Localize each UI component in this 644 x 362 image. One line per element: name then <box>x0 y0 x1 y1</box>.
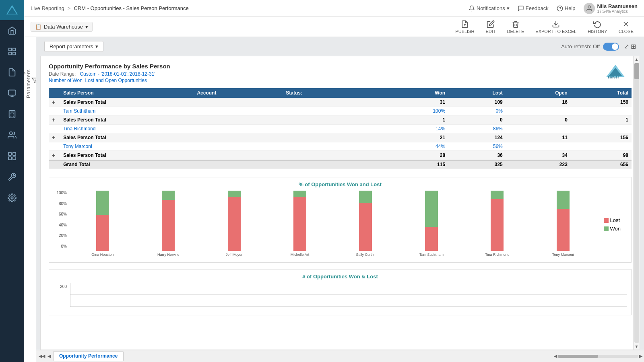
lost-pct-tina: 86% <box>448 125 506 133</box>
delete-button[interactable]: DELETE <box>503 19 528 35</box>
sidebar-item-settings[interactable] <box>0 187 24 208</box>
subtoolbar-right: PUBLISH EDIT DELETE EXPORT TO EXCEL HIST… <box>451 19 638 35</box>
expand-cell <box>49 107 60 115</box>
params-sidebar: » Parameters <box>24 37 36 362</box>
total-3: 156 <box>571 133 632 142</box>
svg-rect-20 <box>8 157 11 160</box>
open-1: 16 <box>506 98 571 107</box>
dw-caret: ▾ <box>85 24 88 30</box>
empty-tam <box>361 107 384 115</box>
nav-first-arrow[interactable]: ◀◀ <box>38 353 46 360</box>
account-tam <box>194 107 283 115</box>
expand-cell[interactable]: + <box>49 151 60 160</box>
th-lost: Lost <box>448 88 506 98</box>
chart1-labels: Gina HoustonHarry NorvilleJeff MoyerMich… <box>68 251 597 258</box>
gt-total: 656 <box>571 160 632 169</box>
edit-icon <box>487 20 495 28</box>
sidebar-item-dashboard[interactable] <box>0 41 24 62</box>
chart2-title: # of Opportunities Won & Lost <box>53 274 627 280</box>
bar-label: Tam Suthitham <box>400 253 462 257</box>
feedback-label: Feedback <box>526 5 549 11</box>
report-params-button[interactable]: Report parameters ▾ <box>44 41 103 52</box>
svg-rect-21 <box>13 157 16 160</box>
notifications-label: Notifications <box>477 5 505 11</box>
chart2-container: # of Opportunities Won & Lost 200 <box>49 269 632 315</box>
sidebar-item-calc[interactable] <box>0 104 24 125</box>
user-menu[interactable]: Nils Rasmussen 17:54% Analytics <box>584 3 638 14</box>
y-label-40: 40% <box>53 223 67 227</box>
hscroll-right[interactable]: ▶ <box>639 354 642 359</box>
date-value: Custom - '2018-01-01':'2018-12-31' <box>80 71 155 77</box>
y-label-60: 60% <box>53 212 67 216</box>
won-segment <box>491 191 504 199</box>
user-role: 17:54% Analytics <box>597 9 638 14</box>
won-segment <box>96 191 109 215</box>
user-info: Nils Rasmussen 17:54% Analytics <box>597 3 638 14</box>
help-button[interactable]: Help <box>557 5 576 12</box>
subtoolbar: 📋 Data Warehouse ▾ PUBLISH EDIT DELETE E… <box>24 17 644 37</box>
th-won: Won <box>384 88 448 98</box>
won-segment <box>557 191 570 209</box>
legend-won: Won <box>604 226 621 232</box>
total-2: 1 <box>571 115 632 125</box>
sidebar-item-home[interactable] <box>0 20 24 41</box>
report-title: Opportunity Performance by Sales Person <box>49 63 632 70</box>
bar-label: Michelle Art <box>269 253 330 257</box>
sidebar-item-tools[interactable] <box>0 167 24 187</box>
bar-label: Sally Curtlin <box>335 253 396 257</box>
subtotal-label-2: Sales Person Total <box>60 115 384 125</box>
report-content: solver Opportunity Performance by Sales … <box>40 56 640 350</box>
refresh-external-icon[interactable]: ⤢ <box>624 43 629 50</box>
report-inner: Opportunity Performance by Sales Person … <box>41 56 640 330</box>
chart1-wrapper: 100% 80% 60% 40% 20% 0% <box>53 191 627 258</box>
breadcrumb-home[interactable]: Live Reporting <box>31 5 64 11</box>
close-button[interactable]: CLOSE <box>615 19 638 35</box>
y-label-0: 0% <box>53 244 67 249</box>
sidebar-item-apps[interactable] <box>0 146 24 167</box>
won-2: 1 <box>384 115 448 125</box>
auto-refresh-toggle[interactable] <box>603 43 619 51</box>
expand-cell[interactable]: + <box>49 115 60 125</box>
lost-segment <box>557 209 570 251</box>
scroll-up-arrow[interactable]: ▲ <box>635 57 639 62</box>
sidebar-item-data[interactable] <box>0 83 24 104</box>
hscroll-left[interactable]: ◀ <box>554 354 557 359</box>
bottom-tab-bar: ◀◀ ◀ Opportunity Performance ◀ ▶ <box>36 350 644 362</box>
feedback-button[interactable]: Feedback <box>518 5 549 12</box>
scroll-thumb[interactable] <box>634 63 639 79</box>
delete-label: DELETE <box>507 29 524 34</box>
scroll-down-arrow[interactable]: ▼ <box>635 344 639 349</box>
lost-4: 36 <box>448 151 506 160</box>
person-tina: Tina Richmond <box>60 125 194 133</box>
notifications-button[interactable]: Notifications ▾ <box>469 5 510 12</box>
won-segment <box>293 191 306 197</box>
tab-opportunity-performance[interactable]: Opportunity Performance <box>53 351 124 361</box>
expand-cell[interactable]: + <box>49 133 60 142</box>
gt-lost: 325 <box>448 160 506 169</box>
auto-refresh-control: Auto-refresh: Off ⤢ ⊞ <box>561 43 636 51</box>
won-4: 28 <box>384 151 448 160</box>
publish-button[interactable]: PUBLISH <box>451 19 478 35</box>
export-button[interactable]: EXPORT TO EXCEL <box>531 19 580 35</box>
main-content: Live Reporting > CRM - Opportunities - S… <box>24 0 644 362</box>
sidebar-item-reports[interactable] <box>0 62 24 83</box>
refresh-grid-icon[interactable]: ⊞ <box>631 43 636 50</box>
data-warehouse-selector[interactable]: 📋 Data Warehouse ▾ <box>31 22 93 32</box>
vertical-scrollbar[interactable]: ▲ ▼ <box>633 56 640 350</box>
empty-tony <box>361 142 384 151</box>
chart1-y-axis: 100% 80% 60% 40% 20% 0% <box>53 191 68 258</box>
nav-prev-arrow[interactable]: ◀ <box>47 353 52 360</box>
report-topbar: Report parameters ▾ Auto-refresh: Off ⤢ … <box>36 37 644 56</box>
sidebar-item-users[interactable] <box>0 125 24 146</box>
bell-icon <box>469 5 475 12</box>
expand-cell <box>49 142 60 151</box>
history-button[interactable]: HISTORY <box>584 19 611 35</box>
edit-button[interactable]: EDIT <box>481 19 500 35</box>
hscroll-thumb[interactable] <box>558 355 598 358</box>
account-tina <box>194 125 283 133</box>
horizontal-scroll-controls: ◀ ▶ <box>552 354 644 359</box>
bar-group <box>466 191 528 251</box>
person-tam: Tam Suthitham <box>60 107 194 115</box>
legend-lost-label: Lost <box>610 217 620 223</box>
expand-cell[interactable]: + <box>49 98 60 107</box>
